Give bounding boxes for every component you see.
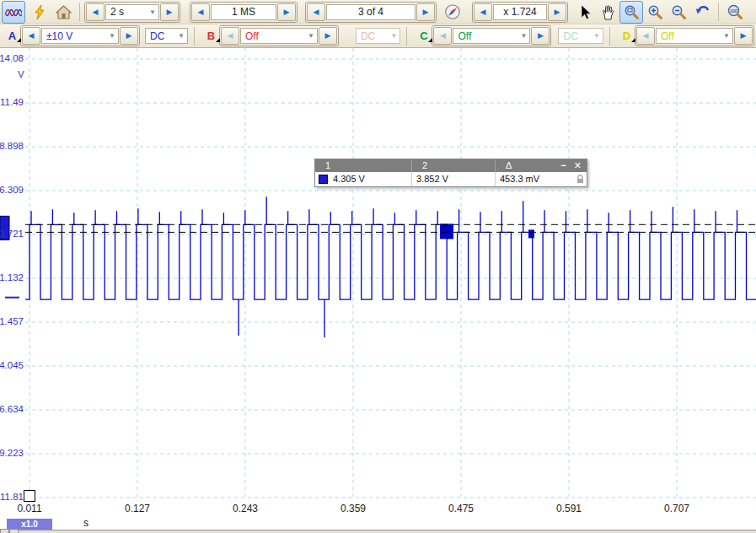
ruler-1-value: 4.305 V [333, 172, 365, 186]
axis-offset-handle[interactable] [24, 490, 35, 502]
ruler-drag-handle[interactable] [0, 216, 9, 240]
channel-a-trace [25, 197, 756, 299]
x-axis-unit: s [83, 517, 88, 529]
bottom-tab[interactable] [0, 529, 9, 533]
ruler-delta-value: 453.3 mV [500, 172, 539, 186]
close-icon[interactable]: ✕ [574, 159, 582, 171]
bottom-tab[interactable] [9, 529, 19, 533]
ruler-column-2-header: 2 [412, 159, 496, 172]
ruler-2-value: 3.852 V [416, 172, 448, 186]
ruler-legend[interactable]: 1 2 Δ − ✕ 4.305 V 3.852 V 453.3 mV [314, 159, 587, 187]
ruler-legend-values: 4.305 V 3.852 V 453.3 mV [315, 172, 587, 186]
lock-icon[interactable] [576, 175, 584, 184]
channel-a-trace-dense [528, 229, 534, 238]
waveform-chart [0, 0, 756, 533]
ruler-column-1-header: 1 [315, 159, 412, 172]
channel-a-trace-dense [440, 223, 453, 239]
channel-a-swatch [319, 175, 328, 184]
ruler-legend-header[interactable]: 1 2 Δ − ✕ [315, 159, 587, 172]
bottom-panel-edge [0, 530, 756, 533]
channel-a-undershoot-spikes [239, 299, 324, 337]
minimize-button[interactable]: − [561, 159, 566, 171]
